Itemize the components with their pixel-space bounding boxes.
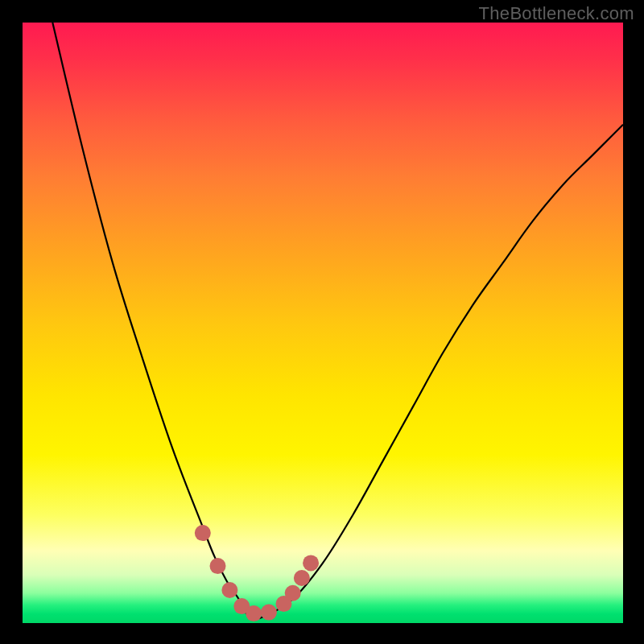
curve-marker bbox=[246, 605, 262, 621]
bottleneck-curve-path bbox=[52, 23, 623, 619]
curve-marker bbox=[221, 582, 237, 598]
plot-area bbox=[23, 23, 623, 623]
chart-stage: TheBottleneck.com bbox=[0, 0, 644, 644]
curve-marker bbox=[210, 558, 226, 574]
marker-group bbox=[195, 525, 319, 621]
curve-marker bbox=[195, 525, 211, 541]
curve-marker bbox=[261, 605, 277, 621]
curve-marker bbox=[285, 585, 301, 601]
watermark-text: TheBottleneck.com bbox=[479, 3, 634, 24]
curve-svg bbox=[23, 23, 623, 623]
curve-marker bbox=[303, 555, 319, 571]
curve-marker bbox=[294, 570, 310, 586]
